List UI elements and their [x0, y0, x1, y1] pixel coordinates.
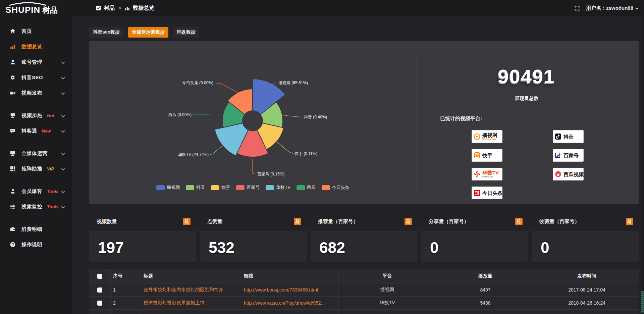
stat-card-3: 分享量（百家号）总0	[421, 212, 528, 262]
pie-svg	[89, 41, 417, 204]
stat-card-header: 点赞量总	[200, 212, 307, 231]
video-title-link[interactable]: 室外水纹灯和室内水纹灯的区别和简介	[144, 287, 223, 293]
table-header-index: 序号	[111, 269, 141, 283]
fullscreen-icon[interactable]	[574, 5, 580, 11]
rose-pie-chart: 播视网 (65.61%)抖音 (9.40%)快手 (0.11%)百家号 (0.1…	[89, 41, 417, 204]
stat-card-value: 197	[89, 231, 196, 257]
sidebar-item-member-baoke[interactable]: 会员爆客Tools	[0, 184, 72, 199]
stat-card-total-badge[interactable]: 总	[183, 218, 191, 225]
sidebar-item-video-publish[interactable]: 视频发布	[0, 85, 72, 101]
video-title-link[interactable]: 楼体投影灯投影效果震撼上市	[144, 300, 205, 306]
breadcrumb: 树品 > 数据总览	[96, 5, 154, 12]
gear-icon	[9, 74, 16, 81]
topbar-right: 用户名：zswodun88	[574, 5, 639, 11]
legend-label: 百家号	[247, 185, 260, 191]
breadcrumb-root-icon	[96, 5, 101, 11]
topbar: 树品 > 数据总览 用户名：zswodun88	[72, 0, 644, 16]
sidebar-item-label: 首页	[21, 28, 32, 35]
legend-item-3[interactable]: 百家号	[236, 185, 260, 191]
sidebar-divider	[6, 180, 70, 180]
pie-label-5: 西瓜 (0.00%)	[168, 112, 192, 118]
toutiao-logo-icon	[473, 189, 481, 197]
sidebar-item-account-manage[interactable]: 账号管理	[0, 54, 72, 70]
breadcrumb-root[interactable]: 树品	[104, 5, 115, 12]
heat-icon	[9, 112, 16, 119]
stat-card-4: 收藏量（百家号）总0	[532, 212, 639, 262]
sidebar-item-label: 视频加热	[21, 112, 42, 119]
total-impressions-value: 90491	[460, 65, 594, 88]
baijiahao-logo-icon	[554, 152, 562, 159]
chevron-down-icon	[61, 113, 65, 117]
legend-marker	[211, 185, 219, 190]
stat-card-2: 推荐量（百家号）总682	[311, 212, 417, 262]
grid-icon	[9, 165, 16, 172]
stat-card-total-badge[interactable]: 总	[294, 218, 301, 225]
sidebar-item-badge: Tools	[47, 204, 58, 209]
tab-1[interactable]: 全媒体运营数据	[128, 27, 168, 38]
sidebar-item-data-overview[interactable]: 数据总览	[0, 39, 72, 54]
stat-card-label: 分享量（百家号）	[429, 218, 469, 225]
platform-badge-xigua: 西瓜视频	[553, 168, 584, 180]
sidebar-item-video-heat[interactable]: 视频加热Hot	[0, 108, 72, 123]
legend-label: 抖音	[196, 185, 205, 191]
sidebar-item-matrix-boost[interactable]: 矩阵助推VIP	[0, 161, 72, 176]
logo-arc-icon	[8, 2, 48, 6]
breadcrumb-separator: >	[118, 5, 121, 11]
user-icon	[9, 59, 16, 65]
user-menu[interactable]: 用户名：zswodun88	[586, 5, 639, 11]
stat-card-0: 视频数量总197	[89, 212, 196, 262]
pie-label-6: 今日头条 (0.00%)	[182, 80, 213, 86]
select-all-checkbox[interactable]	[97, 274, 102, 279]
breadcrumb-page-icon	[125, 6, 130, 11]
legend-item-1[interactable]: 抖音	[186, 185, 205, 191]
sidebar-item-clue-monitor[interactable]: 线索监控Tools	[0, 199, 72, 214]
legend-item-5[interactable]: 西瓜	[297, 185, 316, 191]
scrollbar-thumb[interactable]	[641, 291, 644, 313]
legend-item-2[interactable]: 快手	[211, 185, 230, 191]
table-header-checkbox	[89, 269, 111, 283]
video-url-link[interactable]: http://www.wasu.cn/Play/show/id/952...	[244, 300, 325, 306]
sidebar-item-help[interactable]: 操作说明	[0, 237, 72, 252]
platform-name: 播视网	[482, 133, 497, 138]
stat-card-total-badge[interactable]: 总	[405, 218, 412, 225]
total-impressions-label: 展现量总数	[460, 96, 594, 102]
legend-label: 今日头条	[332, 185, 350, 191]
sidebar-item-douyin-seo[interactable]: 抖音SEO	[0, 70, 72, 85]
sidebar-item-media-operation[interactable]: 全媒体运营	[0, 146, 72, 161]
legend-item-0[interactable]: 播视网	[156, 185, 180, 191]
video-url-link[interactable]: http://www.boosj.com/7338468.html	[244, 287, 318, 293]
sidebar-item-douketong[interactable]: 抖客通New	[0, 123, 72, 139]
overview-panel: 播视网 (65.61%)抖音 (9.40%)快手 (0.11%)百家号 (0.1…	[89, 41, 639, 204]
sidebar-divider	[6, 142, 70, 142]
legend-item-4[interactable]: 华数TV	[266, 185, 290, 191]
platform-name: 西瓜视频	[564, 172, 584, 177]
cell-index: 1	[111, 283, 141, 296]
chevron-down-icon	[61, 91, 65, 95]
row-checkbox[interactable]	[97, 301, 102, 306]
chevron-down-icon	[635, 8, 639, 10]
pie-leader-line-2	[277, 142, 293, 154]
legend-marker	[266, 185, 274, 190]
page-scrollbar	[641, 0, 644, 314]
legend-item-6[interactable]: 今日头条	[322, 185, 350, 191]
wasu-logo-icon	[473, 170, 481, 178]
sidebar-item-label: 抖客通	[21, 128, 37, 134]
tab-0[interactable]: 抖音seo数据	[89, 27, 123, 38]
pie-label-2: 快手 (0.11%)	[294, 151, 317, 157]
sidebar-item-label: 消费明细	[21, 226, 42, 232]
sidebar-item-expense-detail[interactable]: 消费明细	[0, 221, 72, 237]
stat-card-total-badge[interactable]: 总	[626, 218, 633, 225]
sidebar-item-home[interactable]: 首页	[0, 23, 72, 39]
stat-card-label: 收藏量（百家号）	[539, 218, 580, 225]
table-header-row: 序号标题链接平台播放量发布时间	[89, 269, 639, 283]
tab-2[interactable]: 询盘数据	[173, 27, 199, 38]
legend-marker	[297, 185, 305, 190]
stat-card-header: 分享量（百家号）总	[421, 212, 528, 231]
row-checkbox[interactable]	[97, 287, 102, 293]
table-header-title: 标题	[141, 269, 240, 283]
cell-plays: 5438	[436, 297, 535, 309]
pie-leader-line-1	[282, 115, 303, 117]
stat-card-header: 收藏量（百家号）总	[532, 212, 639, 231]
stat-card-total-badge[interactable]: 总	[515, 218, 523, 225]
chart-legend: 播视网抖音快手百家号华数TV西瓜今日头条	[89, 185, 417, 191]
